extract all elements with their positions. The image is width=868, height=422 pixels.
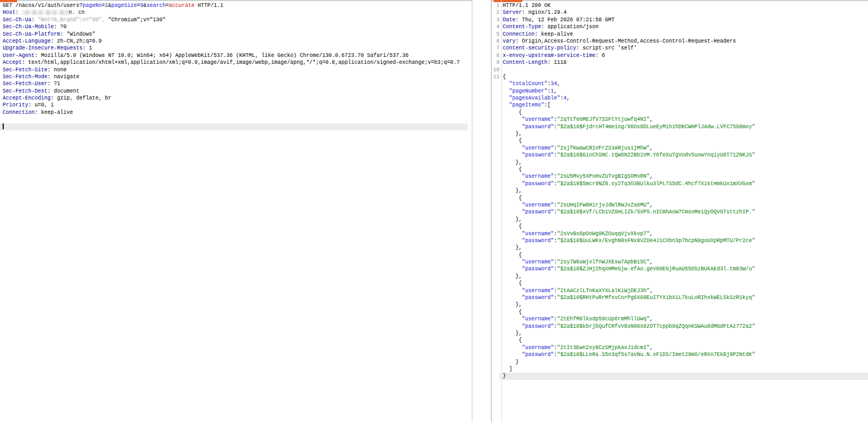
line-content: User-Agent: Mozilla/5.0 (Windows NT 10.0… [3,52,468,59]
line-number [492,145,499,152]
line-number [492,273,499,280]
line-content [3,116,468,123]
response-header-line: 9Content-Length: 1118 [492,59,868,66]
line-content: "pageNumber":1, [499,88,868,95]
json-line: { [492,137,868,144]
request-hscrollbar-track[interactable] [0,0,472,1]
request-header-line: Host: n. cn [0,9,468,16]
line-content: vary: Origin,Access-Control-Request-Meth… [499,38,868,45]
json-line: { [492,223,868,230]
line-content: Date: Thu, 12 Feb 2026 07:21:58 GMT [499,16,868,23]
line-content: Sec-Fetch-Site: none [3,67,468,73]
line-content: Sec-Fetch-Mode: navigate [3,73,468,80]
line-content: Sec-Ch-Ua-Platform: "Windows" [3,31,468,38]
response-hscrollbar-track[interactable] [492,0,868,1]
response-pane[interactable]: 1HTTP/1.1 200 OK2Server: nginx/1.29.43Da… [491,0,868,422]
line-content: { [499,223,868,230]
json-line: "pageItems":[ [492,102,868,109]
request-header-line: Upgrade-Insecure-Requests: 1 [0,45,468,52]
json-line: { [492,109,868,116]
request-header-line: Sec-Ch-Ua-Mobile: ?0 [0,23,468,30]
line-number: 1 [492,2,499,9]
request-header-line: Accept: text/html,application/xhtml+xml,… [0,59,468,66]
line-number [492,159,499,166]
line-content: }, [499,273,868,280]
json-line: "username":"2tEhfM8lksdp59cUp6rmMhllUwq"… [492,316,868,322]
json-line: "password":"$2a$10$GioChSNC.tQW6N22Bb1VM… [492,152,868,159]
line-content: { [499,166,868,173]
line-number [492,301,499,308]
text-cursor [3,123,4,129]
request-header-line: User-Agent: Mozilla/5.0 (Windows NT 10.0… [0,52,468,59]
json-line: "password":"$2a$10$RHtPuRrMfxvCorPg6X09E… [492,294,868,301]
json-line: { [492,309,868,316]
line-number [492,337,499,344]
line-number [492,123,499,130]
line-number [492,230,499,237]
line-content: { [499,109,868,116]
json-line: "username":"2tAACzlLTnKaXYXLalKiWjDEJ3h"… [492,287,868,294]
json-line: }, [492,187,868,194]
json-line: "username":"2sU5Mvy5XPoHvZUTvgBIgSOMxRN"… [492,173,868,180]
line-number [492,287,499,294]
json-line: } [492,359,868,366]
line-content: } [499,359,868,366]
line-number [492,252,499,259]
line-number [492,237,499,244]
json-line: 11{ [492,73,868,80]
line-content: "pageItems":[ [499,102,868,109]
response-editor[interactable]: 1HTTP/1.1 200 OK2Server: nginx/1.29.43Da… [492,2,868,380]
json-line: }, [492,273,868,280]
line-content: }, [499,330,868,337]
line-number [492,280,499,287]
line-number [492,259,499,266]
redacted-host-block [22,10,69,15]
request-header-line: Sec-Fetch-Mode: navigate [0,73,468,80]
request-editor[interactable]: GET /nacos/v1/auth/users?pageNo=1&pageSi… [0,2,472,130]
line-content: Sec-Ch-Ua: "Not?A_Brand";v="99", "Chromi… [3,16,468,23]
json-line: { [492,280,868,287]
line-number [492,209,499,216]
line-content: { [499,280,868,287]
line-number [492,180,499,187]
line-content: "pagesAvailable":4, [499,95,868,102]
request-header-line: Sec-Fetch-User: ?1 [0,80,468,87]
line-number: 3 [492,16,499,23]
json-line: "pagesAvailable":4, [492,95,868,102]
line-number [492,366,499,373]
cursor-line [0,123,468,130]
json-line: "password":"$2a$10$kbrjbQufCRfvV8sN06X6z… [492,323,868,330]
line-content: "username":"2sU5Mvy5XPoHvZUTvgBIgSOMxRN"… [499,173,868,180]
line-content: "username":"2sUHqIFW8HirjvJdWlRWJvZa6MU"… [499,202,868,209]
http-message-viewer: GET /nacos/v1/auth/users?pageNo=1&pageSi… [0,0,868,422]
line-content: GET /nacos/v1/auth/users?pageNo=1&pageSi… [3,2,468,9]
line-content: { [499,309,868,316]
line-content: "password":"$2a$10$RHtPuRrMfxvCorPg6X09E… [499,294,868,301]
line-content: "password":"$2a$10$kbrjbQufCRfvV8sN06X6z… [499,323,868,330]
json-line: "password":"$2a$10$LLeRa.S5n3qf5s7avNu.N… [492,351,868,358]
request-header-line: Accept-Encoding: gzip, deflate, br [0,95,468,102]
line-content: { [499,195,868,202]
line-number [492,244,499,251]
line-number [492,330,499,337]
line-number [492,195,499,202]
response-header-line: 3Date: Thu, 12 Feb 2026 07:21:58 GMT [492,16,868,23]
line-content: "totalCount":34, [499,80,868,87]
line-number: 4 [492,23,499,30]
line-number [492,152,499,159]
line-content: HTTP/1.1 200 OK [499,2,868,9]
line-content: Accept-Encoding: gzip, deflate, br [3,95,468,102]
line-content: "username":"2tIt3Ewn2xy8CzSMjpkAvJ1dcmI"… [499,344,868,351]
line-content: Content-Type: application/json [499,23,868,30]
line-number [492,166,499,173]
line-content: "password":"$2a$10$UuLWKx/EvghN8sFNx8VZO… [499,237,868,244]
line-content: Sec-Ch-Ua-Mobile: ?0 [3,23,468,30]
line-content: Content-Length: 1118 [499,59,868,66]
line-number [492,359,499,366]
line-number: 11 [492,73,499,80]
json-line: "password":"$2a$10$UuLWKx/EvghN8sFNx8VZO… [492,237,868,244]
line-content: Accept: text/html,application/xhtml+xml,… [3,59,468,66]
line-content: "username":"2sy7W6uWjxlfnWJXExw7ApbB15C"… [499,259,868,266]
request-pane[interactable]: GET /nacos/v1/auth/users?pageNo=1&pageSi… [0,0,472,422]
line-content: }, [499,130,868,137]
